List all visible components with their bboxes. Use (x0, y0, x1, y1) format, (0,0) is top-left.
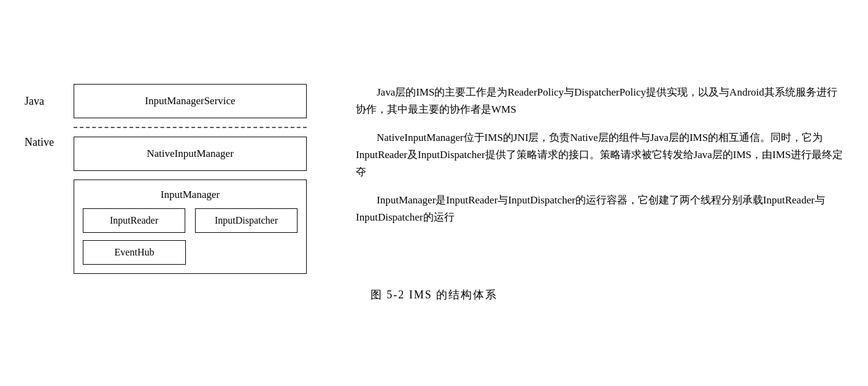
native-input-manager-label: NativeInputManager (147, 148, 234, 160)
text-paragraph-2: NativeInputManager位于IMS的JNI层，负责Native层的组… (356, 129, 843, 181)
content-area: Java Native InputManagerService (25, 84, 843, 274)
diagram-inner: InputManagerService NativeInputManager I… (74, 84, 307, 274)
native-label: Native (25, 136, 54, 149)
input-dispatcher-label: InputDispatcher (215, 215, 278, 225)
input-reader-label: InputReader (110, 215, 158, 225)
native-input-manager-box: NativeInputManager (74, 137, 307, 171)
input-dispatcher-box: InputDispatcher (195, 208, 298, 233)
input-manager-service-box: InputManagerService (74, 84, 307, 118)
event-hub-box: EventHub (83, 240, 186, 265)
text-paragraph-3: InputManager是InputReader与InputDispatcher… (356, 192, 843, 226)
input-reader-box: InputReader (83, 208, 185, 233)
text-section: Java层的IMS的主要工作是为ReaderPolicy与DispatcherP… (356, 84, 843, 226)
figure-caption: 图 5-2 IMS 的结构体系 (371, 287, 498, 302)
java-layer: InputManagerService (74, 84, 307, 128)
input-manager-outer-box: InputManager InputReader InputDispatcher (74, 180, 307, 274)
event-hub-label: EventHub (115, 247, 155, 257)
text-paragraph-1: Java层的IMS的主要工作是为ReaderPolicy与DispatcherP… (356, 84, 843, 118)
diagram-section: Java Native InputManagerService (25, 84, 331, 274)
input-manager-service-label: InputManagerService (145, 95, 235, 107)
java-label: Java (25, 95, 44, 108)
labels-column: Java Native (25, 84, 71, 274)
inner-boxes-row: InputReader InputDispatcher (83, 208, 298, 233)
input-manager-title: InputManager (83, 189, 298, 201)
page-container: Java Native InputManagerService (0, 0, 868, 386)
native-layer: NativeInputManager InputManager InputRea… (74, 128, 307, 274)
